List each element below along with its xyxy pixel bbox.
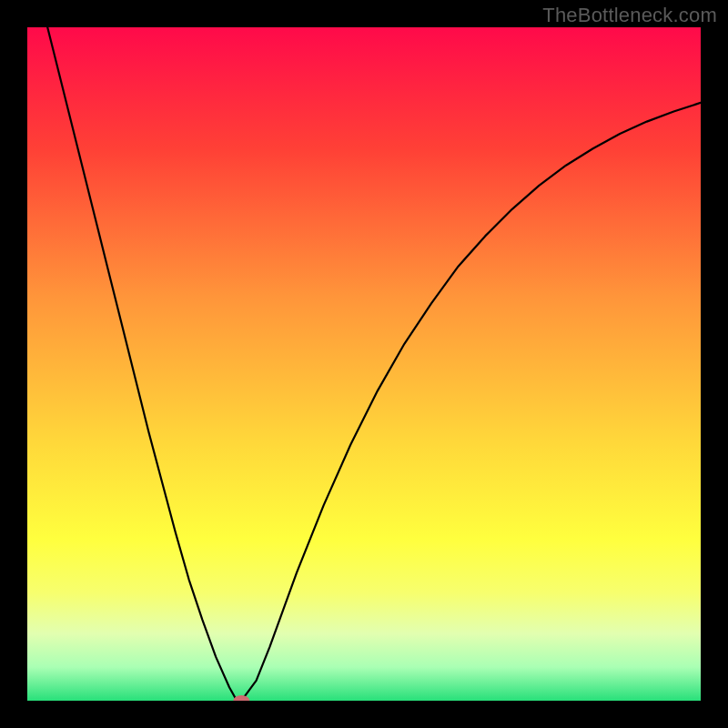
chart-background-gradient [27, 27, 701, 701]
chart-svg [0, 0, 728, 728]
minimum-marker [233, 695, 249, 706]
chart-container: TheBottleneck.com [0, 0, 728, 728]
watermark-text: TheBottleneck.com [542, 4, 717, 27]
